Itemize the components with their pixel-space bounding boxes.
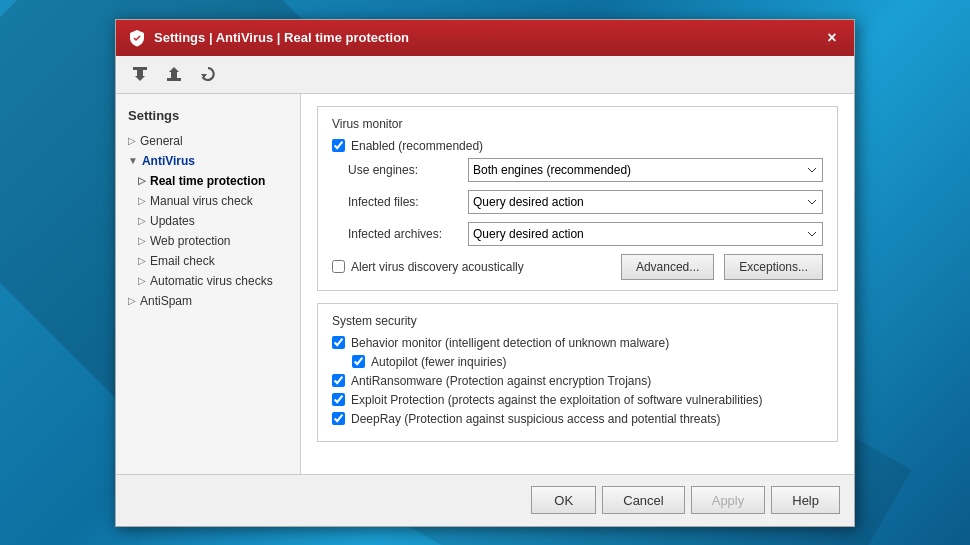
exploit-checkbox[interactable] <box>332 393 345 406</box>
upload-icon <box>165 65 183 83</box>
autopilot-label: Autopilot (fewer inquiries) <box>371 355 506 369</box>
advanced-button[interactable]: Advanced... <box>621 254 714 280</box>
arrow-icon: ▷ <box>138 195 146 206</box>
infected-files-select[interactable]: Query desired action Delete Quarantine I… <box>468 190 823 214</box>
exceptions-button[interactable]: Exceptions... <box>724 254 823 280</box>
arrow-icon: ▼ <box>128 155 138 166</box>
enabled-row: Enabled (recommended) <box>332 139 823 153</box>
apply-button[interactable]: Apply <box>691 486 766 514</box>
security-item-4: DeepRay (Protection against suspicious a… <box>332 412 823 426</box>
virus-monitor-section: Virus monitor Enabled (recommended) Use … <box>317 106 838 291</box>
use-engines-row: Use engines: Both engines (recommended) … <box>348 158 823 182</box>
svg-rect-3 <box>167 78 181 81</box>
deepray-label: DeepRay (Protection against suspicious a… <box>351 412 721 426</box>
ransomware-label: AntiRansomware (Protection against encry… <box>351 374 651 388</box>
use-engines-label: Use engines: <box>348 163 468 177</box>
shield-icon <box>128 29 146 47</box>
bottom-bar: OK Cancel Apply Help <box>116 474 854 526</box>
infected-archives-row: Infected archives: Query desired action … <box>348 222 823 246</box>
ransomware-checkbox[interactable] <box>332 374 345 387</box>
sidebar-item-antispam[interactable]: ▷ AntiSpam <box>116 291 300 311</box>
system-security-title: System security <box>332 314 823 328</box>
enabled-label: Enabled (recommended) <box>351 139 483 153</box>
behavior-checkbox[interactable] <box>332 336 345 349</box>
sidebar: Settings ▷ General ▼ AntiVirus ▷ Real ti… <box>116 94 301 474</box>
security-item-0: Behavior monitor (intelligent detection … <box>332 336 823 350</box>
svg-marker-4 <box>169 67 179 72</box>
close-button[interactable]: × <box>822 28 842 48</box>
sidebar-item-label: Automatic virus checks <box>150 274 273 288</box>
arrow-icon: ▷ <box>138 235 146 246</box>
title-bar-left: Settings | AntiVirus | Real time protect… <box>128 29 409 47</box>
sidebar-item-email[interactable]: ▷ Email check <box>116 251 300 271</box>
cancel-button[interactable]: Cancel <box>602 486 684 514</box>
sidebar-item-label: Email check <box>150 254 215 268</box>
download-icon <box>131 65 149 83</box>
infected-files-row: Infected files: Query desired action Del… <box>348 190 823 214</box>
settings-dialog: Settings | AntiVirus | Real time protect… <box>115 19 855 527</box>
behavior-label: Behavior monitor (intelligent detection … <box>351 336 669 350</box>
sidebar-item-label: General <box>140 134 183 148</box>
sidebar-item-updates[interactable]: ▷ Updates <box>116 211 300 231</box>
sidebar-item-label: AntiSpam <box>140 294 192 308</box>
security-item-2: AntiRansomware (Protection against encry… <box>332 374 823 388</box>
alert-checkbox-row: Alert virus discovery acoustically <box>332 260 524 274</box>
sidebar-heading: Settings <box>116 104 300 131</box>
arrow-icon: ▷ <box>128 295 136 306</box>
sidebar-item-web[interactable]: ▷ Web protection <box>116 231 300 251</box>
sidebar-item-general[interactable]: ▷ General <box>116 131 300 151</box>
virus-monitor-title: Virus monitor <box>332 117 823 131</box>
sidebar-item-antivirus[interactable]: ▼ AntiVirus <box>116 151 300 171</box>
arrow-icon: ▷ <box>138 275 146 286</box>
ok-button[interactable]: OK <box>531 486 596 514</box>
toolbar-btn-3[interactable] <box>194 61 222 87</box>
infected-archives-label: Infected archives: <box>348 227 468 241</box>
arrow-icon: ▷ <box>138 215 146 226</box>
alert-row: Alert virus discovery acoustically Advan… <box>332 254 823 280</box>
deepray-checkbox[interactable] <box>332 412 345 425</box>
infected-files-label: Infected files: <box>348 195 468 209</box>
alert-checkbox[interactable] <box>332 260 345 273</box>
sidebar-item-label: Manual virus check <box>150 194 253 208</box>
sidebar-item-label: AntiVirus <box>142 154 195 168</box>
alert-label: Alert virus discovery acoustically <box>351 260 524 274</box>
exploit-label: Exploit Protection (protects against the… <box>351 393 763 407</box>
title-bar: Settings | AntiVirus | Real time protect… <box>116 20 854 56</box>
svg-rect-0 <box>133 67 147 70</box>
refresh-icon <box>199 65 217 83</box>
enabled-checkbox[interactable] <box>332 139 345 152</box>
security-item-3: Exploit Protection (protects against the… <box>332 393 823 407</box>
arrow-icon: ▷ <box>128 135 136 146</box>
sidebar-item-realtime[interactable]: ▷ Real time protection <box>116 171 300 191</box>
security-item-1: Autopilot (fewer inquiries) <box>332 355 823 369</box>
toolbar-btn-1[interactable] <box>126 61 154 87</box>
arrow-icon: ▷ <box>138 255 146 266</box>
sidebar-item-label: Updates <box>150 214 195 228</box>
toolbar <box>116 56 854 94</box>
content-panel: Virus monitor Enabled (recommended) Use … <box>301 94 854 474</box>
system-security-section: System security Behavior monitor (intell… <box>317 303 838 442</box>
dialog-title: Settings | AntiVirus | Real time protect… <box>154 30 409 45</box>
infected-archives-select[interactable]: Query desired action Delete Quarantine I… <box>468 222 823 246</box>
help-button[interactable]: Help <box>771 486 840 514</box>
sidebar-item-label: Real time protection <box>150 174 265 188</box>
sidebar-item-auto[interactable]: ▷ Automatic virus checks <box>116 271 300 291</box>
sidebar-item-label: Web protection <box>150 234 231 248</box>
svg-rect-5 <box>171 72 177 78</box>
svg-rect-1 <box>137 70 143 76</box>
svg-marker-2 <box>135 76 145 81</box>
arrow-icon: ▷ <box>138 175 146 186</box>
toolbar-btn-2[interactable] <box>160 61 188 87</box>
sidebar-item-manual[interactable]: ▷ Manual virus check <box>116 191 300 211</box>
main-content: Settings ▷ General ▼ AntiVirus ▷ Real ti… <box>116 94 854 474</box>
autopilot-checkbox[interactable] <box>352 355 365 368</box>
use-engines-select[interactable]: Both engines (recommended) Engine 1 only… <box>468 158 823 182</box>
